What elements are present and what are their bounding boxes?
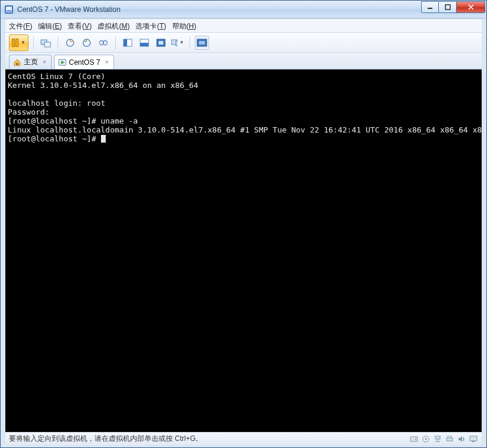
tab-close-icon[interactable]: × — [41, 58, 48, 65]
menu-file[interactable]: 文件(F) — [9, 21, 32, 31]
multi-monitor-button[interactable]: ▼ — [170, 36, 185, 50]
menu-edit[interactable]: 编辑(E) — [38, 21, 62, 31]
status-hint: 要将输入定向到该虚拟机，请在虚拟机内部单击或按 Ctrl+G。 — [9, 434, 203, 444]
fullscreen-button[interactable] — [154, 36, 168, 50]
svg-rect-35 — [470, 436, 477, 441]
app-window: CentOS 7 - VMware Workstation 文件(F) 编辑(E… — [0, 0, 487, 448]
chevron-down-icon: ▼ — [179, 40, 184, 45]
minimize-button[interactable] — [421, 1, 439, 13]
maximize-button[interactable] — [439, 1, 457, 13]
svg-point-29 — [425, 438, 427, 440]
tab-home[interactable]: 主页 × — [9, 55, 52, 69]
svg-rect-22 — [199, 41, 205, 45]
separator — [115, 36, 116, 49]
device-display-icon[interactable] — [469, 435, 478, 443]
snapshot-manage-button[interactable] — [96, 36, 110, 50]
separator — [58, 36, 58, 49]
snapshot-take-button[interactable] — [63, 36, 77, 50]
home-icon — [13, 58, 21, 67]
device-network-icon[interactable] — [433, 435, 442, 443]
svg-rect-23 — [17, 63, 18, 65]
device-hdd-icon[interactable] — [409, 435, 419, 443]
menu-view[interactable]: 查看(V) — [68, 21, 91, 31]
svg-rect-36 — [472, 441, 475, 442]
window-buttons — [421, 1, 485, 13]
send-ctrl-alt-del-button[interactable] — [39, 36, 53, 50]
tab-close-icon[interactable]: × — [103, 58, 110, 65]
tab-label: CentOS 7 — [69, 58, 100, 67]
show-console-button[interactable] — [121, 36, 135, 50]
unity-button[interactable] — [195, 36, 209, 50]
menu-vm[interactable]: 虚拟机(M) — [97, 21, 129, 31]
menu-help[interactable]: 帮助(H) — [172, 21, 197, 31]
svg-rect-30 — [435, 436, 440, 439]
svg-rect-34 — [448, 436, 451, 438]
close-button[interactable] — [457, 1, 485, 13]
svg-rect-18 — [159, 41, 163, 45]
window-title: CentOS 7 - VMware Workstation — [17, 5, 421, 14]
svg-rect-8 — [45, 42, 50, 47]
svg-rect-16 — [140, 43, 148, 46]
svg-rect-26 — [410, 437, 418, 441]
svg-rect-2 — [7, 10, 11, 12]
app-icon — [4, 5, 14, 14]
titlebar[interactable]: CentOS 7 - VMware Workstation — [1, 1, 486, 18]
tabstrip: 主页 × CentOS 7 × — [5, 53, 482, 70]
vm-console[interactable]: CentOS Linux 7 (Core) Kernel 3.10.0-514.… — [5, 70, 482, 432]
menu-tabs[interactable]: 选项卡(T) — [135, 21, 166, 31]
separator — [189, 36, 190, 49]
device-cd-icon[interactable] — [421, 435, 431, 443]
svg-rect-4 — [445, 5, 450, 10]
vm-running-icon — [58, 58, 67, 67]
device-sound-icon[interactable] — [457, 435, 466, 443]
svg-rect-33 — [447, 438, 453, 441]
svg-rect-3 — [428, 8, 432, 9]
svg-point-27 — [415, 438, 416, 440]
menubar: 文件(F) 编辑(E) 查看(V) 虚拟机(M) 选项卡(T) 帮助(H) — [5, 20, 482, 33]
power-button[interactable]: ▼ — [9, 34, 29, 51]
snapshot-revert-button[interactable] — [80, 36, 94, 50]
show-thumbnail-button[interactable] — [137, 36, 151, 50]
terminal-output: CentOS Linux 7 (Core) Kernel 3.10.0-514.… — [8, 72, 479, 143]
statusbar: 要将输入定向到该虚拟机，请在虚拟机内部单击或按 Ctrl+G。 — [5, 432, 482, 445]
tab-centos7[interactable]: CentOS 7 × — [54, 55, 114, 69]
tab-label: 主页 — [24, 57, 38, 67]
svg-rect-20 — [176, 41, 178, 46]
device-printer-icon[interactable] — [445, 435, 454, 443]
terminal-cursor — [101, 135, 106, 143]
svg-rect-14 — [124, 39, 127, 46]
chevron-down-icon: ▼ — [21, 40, 26, 45]
separator — [33, 36, 34, 49]
toolbar: ▼ ▼ — [5, 33, 482, 53]
